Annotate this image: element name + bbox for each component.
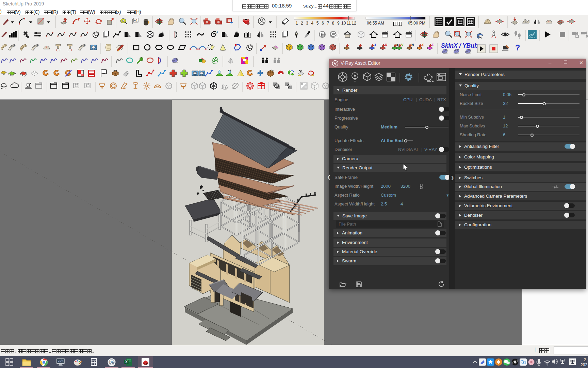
svg-text:X: X <box>125 360 128 364</box>
svg-text:DE: DE <box>109 361 114 364</box>
svg-text:2: 2 <box>584 357 586 362</box>
svg-text:202: 202 <box>581 363 587 367</box>
